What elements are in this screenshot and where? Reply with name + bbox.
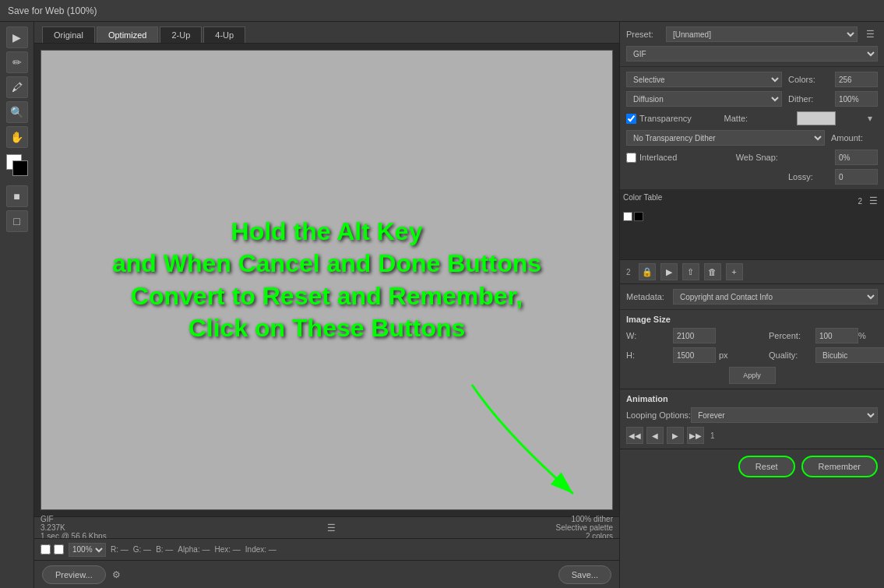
- h-label: H:: [626, 350, 673, 360]
- hand-tool[interactable]: ✋: [6, 126, 28, 148]
- status-index: Index: —: [245, 545, 276, 554]
- color-swatches: [623, 212, 881, 221]
- websnap-input[interactable]: [835, 150, 878, 165]
- color-table-menu-icon[interactable]: ☰: [865, 193, 881, 209]
- save-button[interactable]: Save...: [558, 565, 611, 584]
- looping-select[interactable]: Forever Once Other...: [691, 407, 878, 423]
- status-checkboxes: [41, 544, 64, 555]
- ct-web-icon[interactable]: ▶: [660, 263, 678, 280]
- overlay-text: Hold the Alt Key and When Cancel and Don…: [84, 215, 569, 344]
- amount-label: Amount:: [831, 133, 878, 143]
- tab-4up[interactable]: 4-Up: [203, 26, 245, 43]
- tab-original[interactable]: Original: [42, 26, 95, 43]
- overlay-line1: Hold the Alt Key: [84, 215, 569, 248]
- image-size-title: Image Size: [626, 315, 878, 324]
- color-swatch-black[interactable]: [634, 212, 643, 221]
- arrow-graphic: [456, 369, 612, 509]
- reset-button[interactable]: Reset: [738, 456, 795, 477]
- color-swatch-white[interactable]: [623, 212, 632, 221]
- transparency-row: Transparency Matte: ▾: [626, 111, 878, 126]
- color-swatch[interactable]: [6, 154, 28, 176]
- percent-unit: %: [858, 331, 884, 340]
- ct-shift-icon[interactable]: ⇧: [682, 263, 699, 280]
- ct-delete-icon[interactable]: 🗑: [704, 263, 721, 280]
- matte-dropdown-icon[interactable]: ▾: [862, 111, 878, 126]
- metadata-select[interactable]: Copyright and Contact Info All None: [673, 289, 878, 305]
- lossy-input[interactable]: [835, 169, 878, 185]
- status-b: B: —: [156, 545, 173, 554]
- anim-first-icon[interactable]: ◀◀: [626, 427, 643, 444]
- looping-label: Looping Options:: [626, 410, 691, 420]
- preview-settings-icon[interactable]: ⚙: [109, 567, 125, 583]
- transparency-checkbox[interactable]: [626, 114, 636, 124]
- dither-input[interactable]: [835, 91, 878, 107]
- tab-bar: Original Optimized 2-Up 4-Up: [34, 22, 619, 44]
- anim-next-icon[interactable]: ▶▶: [687, 427, 704, 444]
- dither-info: 100% dither: [556, 515, 613, 523]
- canvas-format: GIF: [41, 515, 107, 523]
- matte-color-swatch[interactable]: [797, 111, 836, 125]
- zoom-select[interactable]: 100%: [69, 543, 106, 557]
- ct-add-icon[interactable]: +: [726, 263, 743, 280]
- remember-button[interactable]: Remember: [801, 456, 878, 477]
- anim-play-icon[interactable]: ▶: [667, 427, 684, 444]
- anim-prev-icon[interactable]: ◀: [646, 427, 664, 444]
- center-area: Original Optimized 2-Up 4-Up Hold the Al…: [34, 22, 619, 588]
- apply-size-button[interactable]: Apply: [729, 367, 776, 384]
- lossy-label: Lossy:: [788, 172, 835, 181]
- dither-select[interactable]: Diffusion Pattern Noise No Dither: [626, 91, 782, 107]
- palette-info: Selective palette: [556, 523, 613, 532]
- anim-frame: 1: [710, 431, 715, 440]
- foreground-swatch: [12, 160, 28, 176]
- select-tool[interactable]: ▶: [6, 26, 28, 48]
- preset-menu-icon[interactable]: ☰: [862, 26, 878, 42]
- h-input[interactable]: [673, 347, 716, 363]
- preview-section: Preview... ⚙: [42, 565, 125, 584]
- eyedropper-tool[interactable]: 🖍: [6, 76, 28, 98]
- colors-input[interactable]: [835, 72, 878, 87]
- dither-percent-label: Dither:: [788, 94, 835, 104]
- tab-2up[interactable]: 2-Up: [160, 26, 202, 43]
- preview-button[interactable]: Preview...: [42, 565, 106, 584]
- color-table-area: Color Table 2 ☰: [620, 190, 884, 260]
- color-reduction-select[interactable]: Selective Perceptual Adaptive: [626, 72, 782, 87]
- slice-select-tool[interactable]: □: [6, 210, 28, 232]
- ct-lock-icon[interactable]: 🔒: [639, 263, 656, 280]
- preset-select[interactable]: [Unnamed]: [666, 26, 858, 42]
- interlaced-checkbox[interactable]: [626, 153, 636, 163]
- color-count: 2: [858, 197, 862, 206]
- canvas-size: 3.237K: [41, 523, 107, 532]
- color-table-header-controls: 2 ☰: [858, 193, 881, 209]
- metadata-row: Metadata: Copyright and Contact Info All…: [626, 289, 878, 305]
- quality-select[interactable]: Bicubic Bilinear Nearest Neighbor: [815, 347, 884, 363]
- main-layout: ▶ ✏ 🖍 🔍 ✋ ■ □ Original Optimized 2-Up 4-…: [0, 22, 884, 588]
- left-toolbar: ▶ ✏ 🖍 🔍 ✋ ■ □: [0, 22, 34, 588]
- apply-size-row: Apply: [626, 367, 878, 384]
- overlay-line4: Click on These Buttons: [84, 312, 569, 345]
- info-menu-icon[interactable]: ☰: [323, 520, 339, 536]
- status-hex: Hex: —: [215, 545, 241, 554]
- preset-section: Preset: [Unnamed] ☰ GIF: [620, 22, 884, 67]
- info-right: 100% dither Selective palette 2 colors: [556, 515, 613, 540]
- slice-checkbox[interactable]: [41, 544, 51, 555]
- canvas-content: Hold the Alt Key and When Cancel and Don…: [41, 51, 612, 509]
- info-bar: GIF 3.237K 1 sec @ 56.6 Kbps ☰ 100% dith…: [34, 516, 619, 538]
- color-table-header: Color Table 2 ☰: [623, 193, 881, 209]
- interlaced-row: Interlaced Web Snap:: [626, 150, 878, 165]
- percent-input[interactable]: [815, 328, 858, 343]
- tab-optimized[interactable]: Optimized: [97, 26, 159, 43]
- format-select[interactable]: GIF: [626, 46, 878, 62]
- slice-tool[interactable]: ✏: [6, 51, 28, 73]
- looping-row: Looping Options: Forever Once Other...: [626, 407, 878, 423]
- lossy-row: Lossy:: [626, 169, 878, 185]
- transparency-dither-row: No Transparency Dither Diffusion Pattern…: [626, 130, 878, 146]
- w-input[interactable]: [673, 328, 716, 343]
- metadata-label: Metadata:: [626, 292, 673, 301]
- canvas-area: Hold the Alt Key and When Cancel and Don…: [34, 44, 619, 516]
- transparency-dither-select[interactable]: No Transparency Dither Diffusion Pattern…: [626, 130, 825, 146]
- slice-checkbox2[interactable]: [54, 544, 64, 555]
- zoom-tool[interactable]: 🔍: [6, 101, 28, 123]
- image-map-tool[interactable]: ■: [6, 185, 28, 207]
- animation-section: Animation Looping Options: Forever Once …: [620, 389, 884, 449]
- colors-label: Colors:: [788, 75, 835, 84]
